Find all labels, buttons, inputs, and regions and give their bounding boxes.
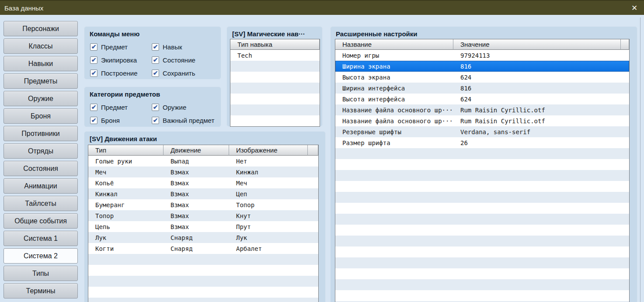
table-row[interactable] [335,214,629,225]
table-row[interactable] [335,290,629,301]
column-header[interactable]: Изображение [229,145,308,156]
column-header[interactable]: Значение [453,39,621,50]
table-row[interactable] [335,192,629,203]
table-row[interactable]: МечВзмахКинжал [88,167,318,177]
checkbox-label: Броня [101,117,120,124]
table-row[interactable] [230,104,320,115]
sidebar-item[interactable]: Термины [3,283,78,299]
table-row[interactable]: Высота экрана624 [335,72,629,83]
table-row[interactable] [335,170,629,181]
table-row[interactable] [230,115,320,126]
table-row[interactable]: ЛукСнарядЛук [88,232,318,243]
table-row[interactable] [335,181,629,192]
sidebar-item[interactable]: Броня [3,108,78,124]
table-row-selected[interactable]: Ширина экрана816 [335,61,629,72]
table-row[interactable] [335,203,629,214]
checkbox-icon[interactable]: ✔ [152,104,159,111]
table-row[interactable] [88,298,318,302]
table-row[interactable]: ТопорВзмахКнут [88,210,318,221]
table-row[interactable]: КинжалВзмахЦеп [88,188,318,199]
sidebar-item[interactable]: Тайлсеты [3,196,78,211]
sidebar-item[interactable]: Классы [3,38,78,54]
sidebar-item[interactable]: Типы [3,266,78,281]
checkbox-icon[interactable]: ✔ [90,69,97,77]
close-icon[interactable]: ✕ [627,1,642,15]
advanced-settings-table[interactable]: НазваниеЗначениеНомер игры97924113Ширина… [335,39,630,302]
table-row[interactable]: Номер игры97924113 [335,50,629,61]
table-row[interactable]: Tech [230,50,320,61]
sidebar-item[interactable]: Система 1 [3,231,78,246]
table-row[interactable]: Ширина интерфейса816 [335,83,629,94]
table-row[interactable] [335,236,629,246]
attack-motions-table[interactable]: ТипДвижениеИзображениеГолые рукиВыпадНет… [88,145,319,302]
table-row[interactable] [88,265,318,276]
sidebar-item[interactable]: Состояния [3,161,78,176]
table-row[interactable] [335,268,629,279]
sidebar-item[interactable]: Предметы [3,73,78,89]
table-row[interactable]: Размер шрифта26 [335,137,629,148]
checkbox-icon[interactable]: ✔ [152,117,159,124]
table-row[interactable] [230,94,320,104]
sidebar-item[interactable]: Оружие [3,91,78,106]
table-row[interactable] [335,257,629,268]
checkbox-item[interactable]: ✔Навык [152,40,221,53]
checkbox-icon[interactable]: ✔ [152,56,159,64]
sidebar-item[interactable]: Навыки [3,56,78,71]
checkbox-item[interactable]: ✔Предмет [90,101,152,114]
checkbox-item[interactable]: ✔Построение [90,66,152,80]
checkbox-item[interactable]: ✔Оружие [152,101,221,114]
table-row[interactable] [230,72,320,83]
table-row[interactable]: Название файла основного шр···Rum Raisin… [335,104,629,115]
table-row[interactable]: Название файла основного шр···Rum Raisin… [335,115,629,126]
table-cell-filler [621,268,629,279]
table-row[interactable]: Высота интерфейса624 [335,94,629,104]
table-cell [335,203,453,214]
table-cell [164,298,229,302]
column-header[interactable]: Тип навыка [230,39,320,50]
table-cell [335,290,453,301]
checkbox-icon[interactable]: ✔ [90,117,97,124]
table-row[interactable] [230,61,320,72]
sidebar-item[interactable]: Анимации [3,178,78,194]
sidebar-item[interactable]: Отряды [3,143,78,159]
sidebar-item-selected[interactable]: Система 2 [3,248,78,264]
magic-skills-table[interactable]: Тип навыкаTech [230,39,320,127]
checkbox-icon[interactable]: ✔ [152,43,159,51]
checkbox-item[interactable]: ✔Броня [90,114,152,127]
table-cell [230,72,320,83]
sidebar-item[interactable]: Общие события [3,213,78,229]
table-row[interactable] [88,254,318,265]
checkbox-icon[interactable]: ✔ [90,43,97,51]
checkbox-icon[interactable]: ✔ [90,104,97,111]
table-cell-filler [308,243,318,254]
column-header[interactable]: Название [335,39,453,50]
table-row[interactable] [335,279,629,290]
column-header[interactable]: Тип [88,145,164,156]
table-row[interactable] [335,225,629,236]
table-row[interactable]: КопьёВзмахМеч [88,177,318,188]
table-row[interactable]: Резервные шрифтыVerdana, sans-serif [335,126,629,137]
table-row[interactable] [335,246,629,257]
table-row[interactable] [230,83,320,94]
checkbox-item[interactable]: ✔Предмет [90,40,152,53]
checkbox-item[interactable]: ✔Важный предмет [152,114,221,127]
table-row[interactable] [88,287,318,298]
table-row[interactable]: Голые рукиВыпадНет [88,156,318,167]
column-header[interactable]: Движение [164,145,229,156]
table-row[interactable]: ЦепьВзмахПрут [88,221,318,232]
sidebar-item[interactable]: Персонажи [3,21,78,36]
checkbox-item[interactable]: ✔Сохранить [152,66,221,80]
table-row[interactable] [335,148,629,159]
checkbox-icon[interactable]: ✔ [152,69,159,77]
table-row[interactable]: КогтиСнарядАрбалет [88,243,318,254]
sidebar-item[interactable]: Противники [3,126,78,141]
table-row[interactable] [88,276,318,287]
table-cell-filler [621,170,629,181]
table-cell [335,170,453,181]
checkbox-item[interactable]: ✔Экипировка [90,53,152,66]
table-row[interactable] [335,159,629,170]
checkbox-item[interactable]: ✔Состояние [152,53,221,66]
checkbox-icon[interactable]: ✔ [90,56,97,64]
table-cell [335,279,453,290]
table-row[interactable]: БумерангВзмахТопор [88,199,318,210]
